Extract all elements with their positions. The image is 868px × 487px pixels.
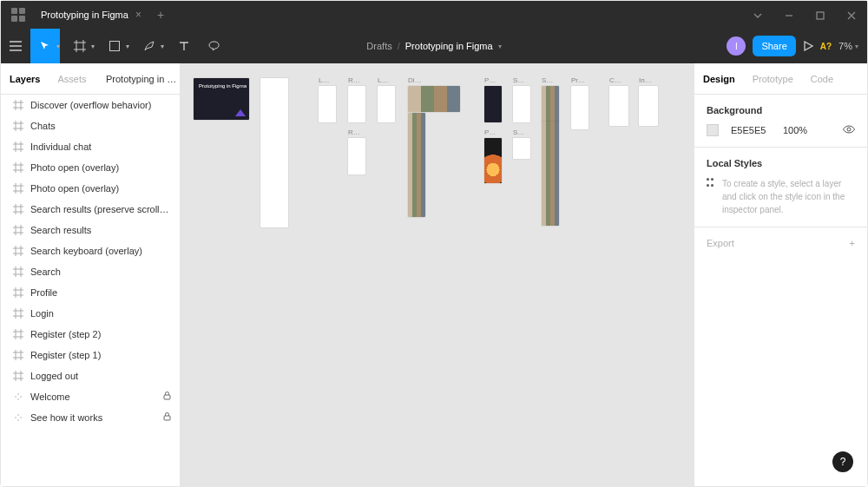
canvas-frame[interactable]: L… [378, 76, 395, 122]
main-menu-icon[interactable] [1, 29, 30, 63]
layer-row[interactable]: Register (step 1) [1, 345, 180, 365]
window-maximize-icon[interactable] [805, 10, 836, 20]
frame-icon [13, 371, 23, 381]
svg-point-9 [15, 417, 16, 418]
layer-label: See how it works [30, 412, 156, 423]
export-section[interactable]: Export + [694, 227, 867, 259]
main-content: Layers Assets Prototyping in … Discover … [1, 63, 867, 486]
canvas-frame[interactable]: P… [484, 76, 502, 122]
window-chevron-down-icon[interactable] [742, 10, 773, 20]
frame-icon [13, 267, 23, 277]
layer-label: Register (step 2) [30, 329, 171, 339]
background-opacity-input[interactable]: 100% [783, 125, 831, 135]
new-tab-button[interactable]: + [150, 8, 171, 22]
pen-tool[interactable] [135, 29, 164, 63]
layer-row[interactable]: Profile [1, 282, 180, 303]
window-close-icon[interactable] [836, 10, 867, 20]
layer-row[interactable]: See how it works [1, 407, 180, 428]
tab-design[interactable]: Design [694, 74, 744, 84]
help-button[interactable]: ? [832, 451, 853, 472]
layer-label: Logged out [30, 371, 171, 381]
shape-tool[interactable] [100, 29, 129, 63]
tab-prototype[interactable]: Prototype [744, 74, 802, 84]
move-tool[interactable] [30, 29, 60, 63]
background-swatch[interactable] [707, 124, 719, 136]
canvas-frame[interactable]: In… [639, 76, 658, 126]
layer-row[interactable]: Search results [1, 220, 180, 240]
file-tab-close-icon[interactable]: × [135, 9, 141, 21]
canvas-frame[interactable]: P… [484, 128, 502, 183]
canvas-frame[interactable]: S… [542, 76, 559, 122]
tab-layers[interactable]: Layers [1, 63, 49, 94]
canvas-frame[interactable]: Prototyping in Figma [194, 76, 249, 120]
frame-tool-chevron-down-icon[interactable]: ▾ [91, 43, 100, 50]
visibility-toggle-icon[interactable] [843, 125, 855, 135]
layer-row[interactable]: Login [1, 303, 180, 324]
styles-grid-icon[interactable] [707, 177, 713, 188]
comment-tool[interactable] [199, 29, 228, 63]
canvas-frame[interactable]: R… [348, 76, 365, 122]
background-hex-input[interactable]: E5E5E5 [731, 125, 771, 135]
frame-title: R… [348, 76, 365, 84]
canvas-frame[interactable]: S… [513, 128, 530, 159]
frame-title: In… [639, 76, 658, 84]
layer-row[interactable]: Discover (overflow behavior) [1, 95, 180, 115]
layer-row[interactable]: Logged out [1, 365, 180, 386]
zoom-dropdown[interactable]: 7% ▾ [838, 41, 858, 51]
canvas[interactable]: Prototyping in FigmaL…R…R…L…Di…P…P…S…S…S… [181, 63, 694, 486]
breadcrumb-chevron-down-icon[interactable]: ▾ [498, 43, 502, 50]
layer-row[interactable]: Search [1, 261, 180, 282]
text-tool[interactable] [169, 29, 199, 63]
home-grid-icon[interactable] [11, 8, 25, 22]
layer-label: Individual chat [30, 141, 171, 152]
layer-row[interactable]: Photo open (overlay) [1, 157, 180, 178]
canvas-frame[interactable]: C… [609, 76, 628, 126]
canvas-frame[interactable]: R… [348, 128, 365, 174]
tab-assets[interactable]: Assets [49, 63, 95, 94]
frame-icon [13, 329, 23, 339]
missing-fonts-indicator[interactable]: A? [820, 42, 832, 51]
frame-icon [13, 183, 23, 194]
breadcrumb[interactable]: Drafts / Prototyping in Figma ▾ [366, 41, 501, 51]
svg-rect-7 [164, 395, 170, 399]
present-button[interactable] [803, 29, 813, 63]
right-panel: Design Prototype Code Background E5E5E5 … [694, 63, 867, 486]
layer-label: Chats [30, 121, 171, 131]
frame-icon [13, 287, 23, 298]
tab-code[interactable]: Code [802, 74, 842, 84]
frame-icon [13, 121, 23, 131]
layer-row[interactable]: Register (step 2) [1, 324, 180, 345]
frame-icon [13, 204, 23, 214]
window-minimize-icon[interactable] [773, 10, 805, 20]
export-plus-icon[interactable]: + [850, 238, 855, 248]
pen-tool-chevron-down-icon[interactable]: ▾ [161, 43, 169, 50]
breadcrumb-parent: Drafts [366, 41, 391, 51]
move-tool-chevron-down-icon[interactable]: ▾ [56, 43, 65, 50]
canvas-frame[interactable]: Pr… [571, 76, 589, 129]
layer-row[interactable]: Search results (preserve scroll po… [1, 199, 180, 220]
svg-point-4 [15, 396, 16, 398]
layer-row[interactable]: Individual chat [1, 136, 180, 157]
frame-icon [13, 141, 23, 152]
layer-label: Photo open (overlay) [30, 162, 171, 173]
layer-row[interactable]: Welcome [1, 386, 180, 407]
canvas-frame[interactable]: L… [319, 76, 336, 122]
frame-tool[interactable] [65, 29, 95, 63]
share-button[interactable]: Share [753, 36, 795, 56]
canvas-frame[interactable]: Di… [408, 76, 460, 112]
canvas-frame[interactable]: S… [513, 76, 530, 122]
left-panel-tabs: Layers Assets Prototyping in … [1, 63, 180, 95]
avatar[interactable]: I [727, 36, 746, 56]
frame-title: S… [513, 76, 530, 84]
shape-tool-chevron-down-icon[interactable]: ▾ [126, 43, 135, 50]
page-dropdown[interactable]: Prototyping in … [97, 63, 180, 94]
layer-row[interactable]: Search keyboard (overlay) [1, 240, 180, 261]
layer-row[interactable]: Photo open (overlay) [1, 178, 180, 199]
svg-point-6 [17, 398, 19, 400]
canvas-frame[interactable] [408, 111, 425, 217]
file-tab[interactable]: Prototyping in Figma × [36, 1, 150, 29]
canvas-frame[interactable] [260, 76, 288, 227]
layer-row[interactable]: Chats [1, 115, 180, 136]
canvas-frame[interactable] [542, 120, 559, 226]
frame-icon [13, 246, 23, 256]
